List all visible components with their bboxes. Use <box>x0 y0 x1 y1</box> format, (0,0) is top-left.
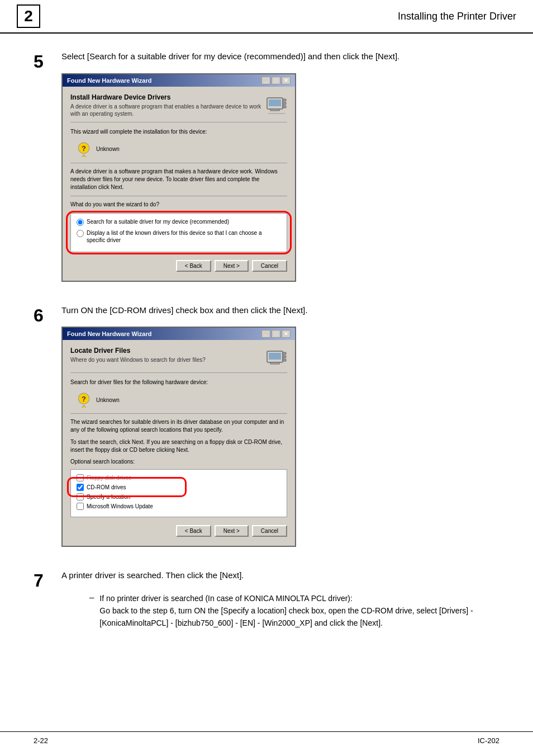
dialog-2-divider <box>70 413 287 414</box>
radio-label-2: Display a list of the known drivers for … <box>87 229 281 244</box>
hardware-icon <box>266 93 287 115</box>
radio-option-2[interactable]: Display a list of the known drivers for … <box>77 229 281 244</box>
dialog-1-device-name: Unknown <box>96 146 120 152</box>
checkbox-cdrom[interactable]: CD-ROM drives <box>77 484 281 491</box>
dialog-1-wizard-text: This wizard will complete the installati… <box>70 128 287 136</box>
unknown-device-icon: ? <box>76 141 92 157</box>
svg-rect-13 <box>283 356 286 358</box>
dialog-2-title: Found New Hardware Wizard <box>67 330 151 337</box>
chapter-title: Installing the Printer Driver <box>398 11 516 22</box>
next-button-2[interactable]: Next > <box>215 525 249 537</box>
dialog-2-wrapper: Found New Hardware Wizard _ □ ✕ Locate D… <box>61 327 296 547</box>
radio-section: Search for a suitable driver for my devi… <box>70 213 287 252</box>
svg-marker-18 <box>81 405 87 408</box>
svg-rect-5 <box>270 109 279 111</box>
step-5-block: 5 Select [Search for a suitable driver f… <box>34 50 499 282</box>
checkbox-section: Floppy disk drives CD-ROM drives Specify… <box>70 469 287 517</box>
checkbox-floppy-input[interactable] <box>77 474 84 481</box>
step-7-sub-note: – If no printer driver is searched (In c… <box>89 592 499 630</box>
checkbox-floppy[interactable]: Floppy disk drives <box>77 474 281 481</box>
radio-display-list[interactable] <box>77 230 84 237</box>
chapter-number: 2 <box>17 4 40 28</box>
dialog-2-body-text2: To start the search, click Next. If you … <box>70 438 287 454</box>
step-5-text: Select [Search for a suitable driver for… <box>61 50 499 63</box>
maximize-button-2[interactable]: □ <box>272 330 280 338</box>
step-6-text: Turn ON the [CD-ROM drives] check box an… <box>61 304 499 317</box>
dash-char: – <box>89 592 94 630</box>
dialog-2-buttons: < Back Next > Cancel <box>70 522 287 539</box>
dialog-2-section-desc: Where do you want Windows to search for … <box>70 356 266 363</box>
floppy-label: Floppy disk drives <box>87 475 131 481</box>
radio-option-1[interactable]: Search for a suitable driver for my devi… <box>77 218 281 226</box>
checkbox-specify[interactable]: Specify a location <box>77 493 281 500</box>
sub-step-dash-row: – If no printer driver is searched (In c… <box>89 592 499 630</box>
winupdate-label: Microsoft Windows Update <box>87 503 153 509</box>
optional-label: Optional search locations: <box>70 459 287 465</box>
dialog-1-divider <box>70 163 287 163</box>
svg-marker-9 <box>81 154 87 157</box>
checkbox-specify-input[interactable] <box>77 493 84 500</box>
svg-rect-3 <box>283 102 286 105</box>
dialog-1-section-title: Install Hardware Device Drivers <box>70 93 266 101</box>
svg-rect-2 <box>283 99 286 101</box>
close-button-2[interactable]: ✕ <box>282 330 291 338</box>
dialog-1-device-row: ? Unknown <box>70 141 287 157</box>
checkbox-winupdate-input[interactable] <box>77 503 84 510</box>
main-content: 5 Select [Search for a suitable driver f… <box>0 34 533 680</box>
checkbox-windows-update[interactable]: Microsoft Windows Update <box>77 503 281 510</box>
svg-text:?: ? <box>82 144 86 153</box>
svg-rect-14 <box>283 359 286 361</box>
step-6-content: Turn ON the [CD-ROM drives] check box an… <box>61 304 499 547</box>
dialog-1-section-text: Install Hardware Device Drivers A device… <box>70 93 266 117</box>
svg-text:?: ? <box>82 395 86 403</box>
dialog-2-titlebar: Found New Hardware Wizard _ □ ✕ <box>63 328 295 340</box>
maximize-button[interactable]: □ <box>272 77 280 84</box>
dialog-1-titlebar-buttons: _ □ ✕ <box>261 77 291 84</box>
page-header: 2 Installing the Printer Driver <box>0 0 533 34</box>
dialog-2-device-name: Unknown <box>96 397 120 403</box>
checkbox-cdrom-input[interactable] <box>77 484 84 491</box>
dialog-1-section-header: Install Hardware Device Drivers A device… <box>70 93 287 122</box>
step-7-text: A printer driver is searched. Then click… <box>61 569 499 582</box>
cdrom-label: CD-ROM drives <box>87 484 126 490</box>
dialog-2-section-header: Locate Driver Files Where do you want Wi… <box>70 347 287 373</box>
dialog-1-divider2 <box>70 196 287 196</box>
step-6-number: 6 <box>34 304 61 326</box>
svg-rect-4 <box>283 106 286 108</box>
radio-search-suitable[interactable] <box>77 219 84 226</box>
page-footer: 2-22 IC-202 <box>0 731 533 745</box>
next-button-1[interactable]: Next > <box>215 260 249 272</box>
dialog-2-search-text: Search for driver files for the followin… <box>70 379 287 386</box>
dialog-2: Found New Hardware Wizard _ □ ✕ Locate D… <box>61 327 296 547</box>
specify-label: Specify a location <box>87 494 130 500</box>
back-button-2[interactable]: < Back <box>176 525 211 537</box>
minimize-button[interactable]: _ <box>261 77 270 84</box>
dialog-2-titlebar-buttons: _ □ ✕ <box>261 330 291 338</box>
step-7-block: 7 A printer driver is searched. Then cli… <box>34 569 499 635</box>
dialog-1: Found New Hardware Wizard _ □ ✕ Install … <box>61 73 296 282</box>
radio-label-1: Search for a suitable driver for my devi… <box>87 218 229 225</box>
hardware-icon-2 <box>266 347 287 368</box>
dialog-1-buttons: < Back Next > Cancel <box>70 257 287 274</box>
dialog-1-body-text: A device driver is a software program th… <box>70 168 287 191</box>
unknown-device-icon-2: ? <box>76 392 92 408</box>
cancel-button-2[interactable]: Cancel <box>252 525 287 537</box>
dialog-2-section-text: Locate Driver Files Where do you want Wi… <box>70 347 266 363</box>
checkbox-container: Floppy disk drives CD-ROM drives Specify… <box>70 469 287 517</box>
svg-rect-1 <box>269 100 281 106</box>
minimize-button-2[interactable]: _ <box>261 330 270 338</box>
sub-note-body: Go back to the step 6, turn ON the [Spec… <box>99 606 473 627</box>
step-7-content: A printer driver is searched. Then click… <box>61 569 499 635</box>
dialog-2-device-row: ? Unknown <box>70 392 287 408</box>
step-6-block: 6 Turn ON the [CD-ROM drives] check box … <box>34 304 499 547</box>
dialog-1-what-text: What do you want the wizard to do? <box>70 201 287 209</box>
dialog-2-body: Locate Driver Files Where do you want Wi… <box>63 340 295 546</box>
step-5-content: Select [Search for a suitable driver for… <box>61 50 499 282</box>
step-5-number: 5 <box>34 50 61 72</box>
svg-rect-11 <box>269 353 281 360</box>
back-button-1[interactable]: < Back <box>176 260 211 272</box>
close-button[interactable]: ✕ <box>282 77 291 84</box>
cancel-button-1[interactable]: Cancel <box>252 260 287 272</box>
step-7-number: 7 <box>34 569 61 591</box>
svg-rect-12 <box>283 352 286 355</box>
